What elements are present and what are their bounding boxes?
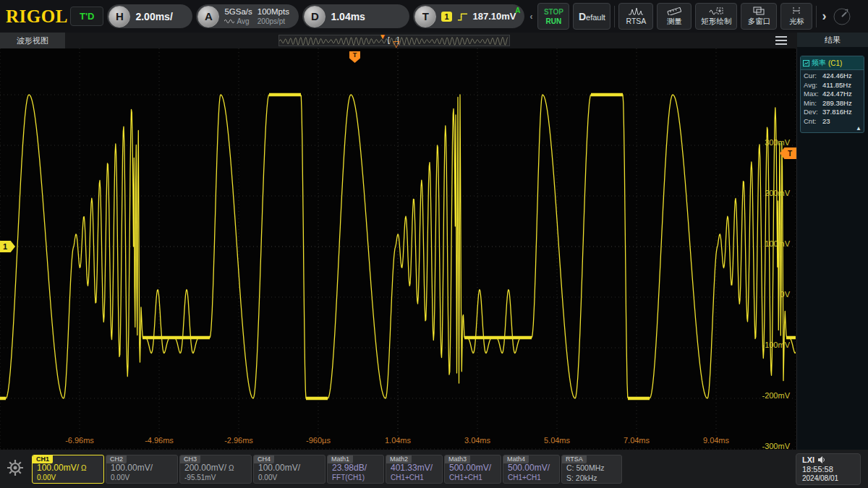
channel-box-ch4[interactable]: CH4 100.00mV/ 0.00V <box>253 455 326 484</box>
topbar: RIGOL T'D H 2.00ms/ A 5GSa/s Avg 100Mpts… <box>0 0 868 33</box>
measurement-box[interactable]: 频率(C1) Cur:424.46Hz Avg:411.85Hz Max:424… <box>800 56 864 133</box>
topbar-separator <box>816 6 817 27</box>
ruler-icon <box>667 6 681 15</box>
t-axis-label: 5.04ms <box>528 436 586 445</box>
timebase-value: 2.00ms/ <box>135 11 172 22</box>
clock-date: 2024/08/01 <box>802 474 854 483</box>
bottombar: CH1 100.00mV/Ω 0.00V CH2 100.00mV/ 0.00V… <box>0 450 868 488</box>
center-position-marker-icon[interactable]: ▽ <box>393 39 399 49</box>
trigger-source-badge[interactable]: 1 <box>441 12 451 22</box>
hamburger-menu-icon[interactable] <box>775 36 787 45</box>
measure-button[interactable]: 测量 <box>657 3 692 30</box>
t-knob[interactable]: T <box>414 6 436 27</box>
channel-box-ch2[interactable]: CH2 100.00mV/ 0.00V <box>106 455 178 484</box>
measurement-name: 频率 <box>812 58 826 68</box>
timeline-bracket-left: [ <box>388 36 390 44</box>
t-axis-label: 1.04ms <box>369 436 427 445</box>
rtsa-button[interactable]: RTSA <box>618 3 653 30</box>
trigger-sweep-flag: A <box>515 7 520 14</box>
v-axis-label: 100mV <box>746 239 790 248</box>
d-knob[interactable]: D <box>304 6 326 27</box>
measurement-header[interactable]: 频率(C1) <box>801 56 864 70</box>
view-tab-bar: 波形视图 ▼ [ ] ▽ <box>0 33 797 48</box>
horizontal-timebase-group[interactable]: H 2.00ms/ <box>107 4 192 28</box>
measurement-row: Cur:424.46Hz <box>804 72 861 81</box>
speaker-icon <box>817 456 826 463</box>
v-axis-label: -300mV <box>746 442 790 450</box>
t-axis-label: -4.96ms <box>130 436 188 445</box>
results-panel: 结果 频率(C1) Cur:424.46Hz Avg:411.85Hz Max:… <box>797 33 868 450</box>
acquire-group[interactable]: A 5GSa/s Avg 100Mpts 200ps/pt <box>196 4 299 28</box>
h-knob[interactable]: H <box>109 6 130 27</box>
lxi-label: LXI <box>802 455 814 465</box>
nav-knob-icon[interactable] <box>831 6 853 27</box>
measurement-icon <box>803 60 809 67</box>
results-title[interactable]: 结果 <box>797 33 868 47</box>
math-box-math1[interactable]: Math1 23.98dB/ FFT(CH1) <box>327 455 384 484</box>
clock-time: 18:55:58 <box>802 465 854 474</box>
measurement-row: Max:424.47Hz <box>804 90 861 99</box>
rect-draw-button[interactable]: 矩形绘制 <box>695 3 737 30</box>
acquire-mode: Avg <box>224 17 252 26</box>
expand-right-icon[interactable]: › <box>820 9 827 24</box>
t-axis-label: -960µs <box>289 436 347 445</box>
waveform-display[interactable]: 300mV 200mV 100mV 0V -100mV -200mV -300m… <box>0 48 797 450</box>
avg-waveform-icon <box>224 18 234 25</box>
tab-waveform-view[interactable]: 波形视图 <box>0 33 65 48</box>
memory-depth: 100Mpts <box>258 7 289 17</box>
timeline-trigger-marker-icon[interactable]: ▼ <box>379 33 386 40</box>
settings-gear-icon[interactable] <box>6 458 25 480</box>
v-axis-label: 0V <box>746 290 790 299</box>
waveform-svg <box>0 48 796 450</box>
cursor-icon <box>791 7 802 15</box>
measurement-row: Dev:37.816Hz <box>804 108 861 117</box>
sample-rate: 5GSa/s <box>224 7 252 17</box>
a-knob[interactable]: A <box>197 6 219 27</box>
collapse-left-icon[interactable]: ‹ <box>528 12 534 22</box>
trigger-group[interactable]: T 1 187.10mV A <box>413 4 524 28</box>
t-axis-label: -2.96ms <box>210 436 268 445</box>
measurement-source: (C1) <box>828 59 842 67</box>
system-status-box[interactable]: LXI 18:55:58 2024/08/01 <box>796 453 861 485</box>
v-axis-label: 200mV <box>746 189 790 197</box>
topbar-separator <box>614 6 615 27</box>
math-box-math4[interactable]: Math4 500.00mV/ CH1+CH1 <box>503 455 560 484</box>
measurement-row: Cnt:23 <box>804 117 861 127</box>
collapse-up-icon[interactable]: ▲ <box>856 125 861 132</box>
v-axis-label: -200mV <box>746 391 790 400</box>
impedance-icon: Ω <box>229 464 234 472</box>
trigger-edge-icon <box>457 12 468 22</box>
trigger-status-badge: T'D <box>70 7 103 26</box>
sample-resolution: 200ps/pt <box>258 17 289 26</box>
default-button[interactable]: Default <box>573 3 610 30</box>
measurement-row: Avg:411.85Hz <box>804 81 861 90</box>
spectrum-icon <box>629 7 643 15</box>
rtsa-box[interactable]: RTSA C: 500MHz S: 20kHz <box>561 455 622 484</box>
t-axis-label: 7.04ms <box>608 436 665 445</box>
delay-group[interactable]: D 1.04ms <box>302 4 409 28</box>
cursor-button[interactable]: 光标 <box>780 3 812 30</box>
v-axis-label: 300mV <box>746 138 790 147</box>
measurement-rows: Cur:424.46Hz Avg:411.85Hz Max:424.47Hz M… <box>801 70 864 132</box>
delay-value: 1.04ms <box>331 11 365 22</box>
measurement-row: Min:289.38Hz <box>804 99 861 108</box>
math-box-math2[interactable]: Math2 401.33mV/ CH1+CH1 <box>386 455 443 484</box>
t-axis-label: 3.04ms <box>448 436 506 445</box>
multi-window-icon <box>753 7 765 15</box>
v-axis-label: -100mV <box>746 341 790 349</box>
rigol-logo: RIGOL <box>6 7 67 27</box>
multi-window-button[interactable]: 多窗口 <box>741 3 777 30</box>
trigger-level-value: 187.10mV <box>473 11 516 22</box>
run-stop-button[interactable]: STOP RUN <box>537 3 569 30</box>
channel-box-ch1[interactable]: CH1 100.00mV/Ω 0.00V <box>32 455 104 484</box>
impedance-icon: Ω <box>81 464 86 472</box>
t-axis-label: -6.96ms <box>51 436 109 445</box>
channel-box-ch3[interactable]: CH3 200.00mV/Ω -95.51mV <box>179 455 252 484</box>
math-box-math3[interactable]: Math3 500.00mV/ CH1+CH1 <box>444 455 501 484</box>
rect-draw-icon <box>709 7 723 15</box>
t-axis-label: 9.04ms <box>687 436 745 445</box>
